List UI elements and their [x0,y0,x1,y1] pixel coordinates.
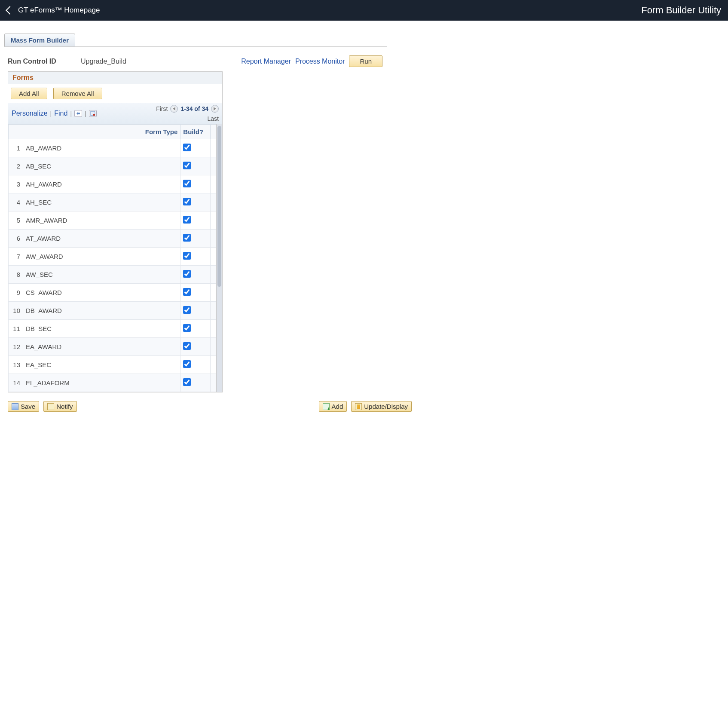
update-label: Update/Display [364,403,408,410]
form-type-cell: DB_SEC [23,320,180,338]
row-number: 10 [9,302,23,320]
tab-mass-form-builder[interactable]: Mass Form Builder [4,34,75,46]
page-title: Form Builder Utility [641,5,721,16]
table-row: 10DB_AWARD [9,302,216,320]
remove-all-button[interactable]: Remove All [53,88,102,99]
row-number: 14 [9,374,23,392]
zoom-icon[interactable] [74,110,82,117]
form-type-cell: EA_AWARD [23,338,180,356]
spacer-cell [211,356,216,374]
spacer-cell [211,193,216,211]
build-cell [180,266,211,284]
form-type-cell: AW_SEC [23,266,180,284]
row-number: 6 [9,230,23,248]
build-cell [180,374,211,392]
build-cell [180,284,211,302]
form-type-cell: AH_AWARD [23,175,180,193]
back-label: GT eForms™ Homepage [18,6,100,15]
tab-bar: Mass Form Builder [4,34,387,47]
add-all-button[interactable]: Add All [11,88,47,99]
table-row: 2AB_SEC [9,157,216,175]
form-type-cell: EA_SEC [23,356,180,374]
build-cell [180,320,211,338]
row-number: 8 [9,266,23,284]
build-cell [180,193,211,211]
run-control-label: Run Control ID [8,58,72,65]
build-cell [180,139,211,157]
col-num [9,125,23,139]
content: Mass Form Builder Run Control ID Upgrade… [0,34,387,412]
spacer-cell [211,338,216,356]
notify-button[interactable]: Notify [43,401,76,412]
build-cell [180,338,211,356]
grid-wrap: Form Type Build? 1AB_AWARD2AB_SEC3AH_AWA… [8,124,222,392]
row-number: 12 [9,338,23,356]
build-cell [180,248,211,266]
build-cell [180,157,211,175]
download-icon[interactable] [89,110,97,117]
build-checkbox[interactable] [183,180,191,187]
build-checkbox[interactable] [183,162,191,169]
build-checkbox[interactable] [183,270,191,278]
build-checkbox[interactable] [183,252,191,260]
build-checkbox[interactable] [183,342,191,350]
build-checkbox[interactable] [183,360,191,368]
separator: | [70,110,72,117]
svg-rect-1 [93,114,95,116]
save-button[interactable]: Save [8,401,39,412]
row-number: 7 [9,248,23,266]
scrollbar[interactable] [216,124,222,392]
row-number: 3 [9,175,23,193]
grid-toolbar: Personalize | Find | | First 1-34 of 34 … [8,103,222,124]
run-control-value: Upgrade_Build [81,58,175,65]
chevron-left-icon [6,6,14,15]
save-icon [12,403,18,410]
build-checkbox[interactable] [183,144,191,151]
scrollbar-thumb[interactable] [217,126,221,287]
build-cell [180,211,211,230]
personalize-link[interactable]: Personalize [12,110,48,117]
build-checkbox[interactable] [183,198,191,205]
find-link[interactable]: Find [54,110,67,117]
build-checkbox[interactable] [183,288,191,296]
col-form-type[interactable]: Form Type [23,125,180,139]
form-type-cell: CS_AWARD [23,284,180,302]
add-button[interactable]: Add [319,401,347,412]
notify-label: Notify [56,403,73,410]
triangle-right-icon [214,107,216,110]
table-row: 7AW_AWARD [9,248,216,266]
prev-page-button[interactable] [170,105,178,113]
process-monitor-link[interactable]: Process Monitor [295,58,345,65]
first-label[interactable]: First [156,105,168,112]
spacer-cell [211,139,216,157]
form-type-cell: AT_AWARD [23,230,180,248]
run-button[interactable]: Run [349,55,382,67]
build-checkbox[interactable] [183,234,191,242]
build-checkbox[interactable] [183,378,191,386]
row-number: 9 [9,284,23,302]
row-number: 4 [9,193,23,211]
row-number: 1 [9,139,23,157]
form-type-cell: EL_ADAFORM [23,374,180,392]
triangle-left-icon [173,107,175,110]
topbar: GT eForms™ Homepage Form Builder Utility [0,0,728,21]
table-row: 6AT_AWARD [9,230,216,248]
last-label[interactable]: Last [142,115,219,122]
spacer-cell [211,248,216,266]
table-row: 13EA_SEC [9,356,216,374]
row-number: 2 [9,157,23,175]
report-manager-link[interactable]: Report Manager [241,58,291,65]
run-control-row: Run Control ID Upgrade_Build Report Mana… [8,55,382,67]
spacer-cell [211,157,216,175]
table-row: 9CS_AWARD [9,284,216,302]
table-row: 4AH_SEC [9,193,216,211]
back-link[interactable]: GT eForms™ Homepage [7,6,100,15]
build-checkbox[interactable] [183,216,191,224]
build-checkbox[interactable] [183,324,191,332]
build-checkbox[interactable] [183,306,191,314]
update-display-button[interactable]: Update/Display [351,401,412,412]
next-page-button[interactable] [211,105,219,113]
col-build[interactable]: Build? [180,125,211,139]
table-row: 1AB_AWARD [9,139,216,157]
spacer-cell [211,284,216,302]
